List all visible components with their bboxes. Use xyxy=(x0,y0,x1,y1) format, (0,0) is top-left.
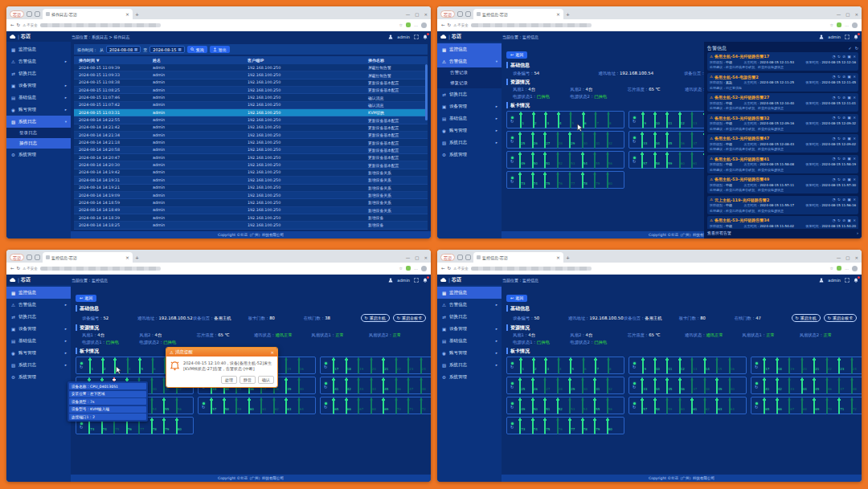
sidebar-item[interactable]: ▦ 监控信息 xyxy=(6,287,71,299)
port-jack[interactable]: 53 xyxy=(566,398,579,414)
port-jack[interactable]: 57 xyxy=(638,398,651,414)
tab-search-icon[interactable] xyxy=(457,255,463,260)
sidebar-subitem[interactable]: 登录日志 xyxy=(6,128,71,138)
sidebar-subitem[interactable]: 操作日志 xyxy=(6,138,71,149)
alarm-action-icon[interactable]: × xyxy=(853,177,856,181)
port-jack[interactable]: 78 xyxy=(148,418,161,434)
sidebar-subitem[interactable]: 告警记录 xyxy=(437,67,502,78)
port-jack[interactable]: 34 xyxy=(651,132,664,148)
alarm-action-icon[interactable]: ⊘ xyxy=(842,177,845,181)
tab-close-icon[interactable]: × xyxy=(556,12,560,17)
port-jack[interactable]: 25 xyxy=(516,132,529,148)
port-jack[interactable]: 31 xyxy=(591,132,604,148)
port-jack[interactable]: 63 xyxy=(713,398,726,414)
column-header[interactable]: 操作时间 ▼ xyxy=(79,58,153,63)
alarm-action-icon[interactable]: ↻ xyxy=(837,75,841,79)
port-jack[interactable]: 19 xyxy=(785,358,798,373)
port-jack[interactable]: 69 xyxy=(379,398,392,414)
window-close[interactable]: × xyxy=(424,255,428,260)
table-row[interactable]: 2024-08-15 11:07:42 admin 192.168.100.25… xyxy=(74,102,428,109)
alarm-action-icon[interactable]: ◔ xyxy=(832,157,835,161)
port-jack[interactable]: 69 xyxy=(810,398,823,414)
port-jack[interactable]: 42 xyxy=(342,378,355,393)
alarm-action-icon[interactable]: ▣ xyxy=(847,96,850,100)
tab-list-icon[interactable] xyxy=(35,11,40,17)
favorites-star-icon[interactable]: ☆ xyxy=(830,22,833,27)
username[interactable]: admin xyxy=(397,35,410,39)
port-jack[interactable]: 11 xyxy=(663,358,676,373)
port-jack[interactable]: 6 xyxy=(579,358,592,373)
notifications[interactable] xyxy=(854,35,858,39)
port-jack[interactable]: 71 xyxy=(404,398,417,414)
group-refresh-icon[interactable]: ↻ xyxy=(324,385,327,389)
group-refresh-icon[interactable]: ↻ xyxy=(510,160,514,164)
browser-essentials-icon[interactable] xyxy=(406,22,411,27)
port-jack[interactable]: 53 xyxy=(566,153,579,168)
port-jack[interactable]: 17 xyxy=(330,358,342,373)
port-jack[interactable]: 1 xyxy=(516,358,529,373)
table-row[interactable]: 2024-08-14 14:19:31 admin 192.168.100.25… xyxy=(74,177,428,184)
group-refresh-icon[interactable]: ↻ xyxy=(80,426,83,430)
port-jack[interactable]: 15 xyxy=(713,358,726,373)
table-row[interactable]: 2024-08-15 11:09:39 admin 192.168.100.25… xyxy=(74,64,428,71)
tab-search-icon[interactable] xyxy=(27,255,32,260)
alarm-action-icon[interactable]: ◔ xyxy=(832,198,835,202)
table-row[interactable]: 2024-08-14 14:19:09 admin 192.168.100.25… xyxy=(74,192,428,199)
port-jack[interactable]: 4 xyxy=(554,358,567,373)
table-row[interactable]: 2024-08-14 14:18:49 admin 192.168.100.25… xyxy=(74,207,428,214)
sidebar-item[interactable]: ▤ 基础信息 ▸ xyxy=(6,335,71,347)
window-minimize[interactable]: — xyxy=(406,255,411,260)
profile-avatar[interactable] xyxy=(421,22,427,28)
window-close[interactable]: × xyxy=(424,12,428,17)
port-jack[interactable]: 73 xyxy=(516,418,529,434)
alarm-action-icon[interactable]: ▣ xyxy=(847,55,850,59)
window-maximize[interactable]: ▢ xyxy=(845,255,850,260)
window-maximize[interactable]: ▢ xyxy=(415,12,419,17)
group-refresh-icon[interactable]: ↻ xyxy=(324,365,327,369)
group-refresh-icon[interactable]: ↻ xyxy=(510,120,514,124)
port-jack[interactable]: 66 xyxy=(773,398,786,414)
port-jack[interactable]: 51 xyxy=(541,398,554,414)
port-jack[interactable]: 35 xyxy=(663,378,676,393)
port-jack[interactable]: 36 xyxy=(676,132,689,148)
sidebar-item[interactable]: ◉ 账号管理 ▸ xyxy=(437,124,502,137)
favorites-star-icon[interactable]: ☆ xyxy=(830,266,833,271)
port-jack[interactable]: 27 xyxy=(541,132,554,148)
port-jack[interactable]: 80 xyxy=(604,173,616,188)
alarm-action-icon[interactable]: × xyxy=(853,96,856,100)
port-jack[interactable]: 20 xyxy=(367,358,380,373)
tab-search-icon[interactable] xyxy=(27,11,32,17)
group-refresh-icon[interactable]: ↻ xyxy=(633,385,636,389)
port-jack[interactable]: 60 xyxy=(676,398,689,414)
port-jack[interactable]: 58 xyxy=(220,398,233,414)
port-jack[interactable]: 34 xyxy=(651,378,664,393)
port-jack[interactable]: 54 xyxy=(148,398,161,414)
sidebar-item[interactable]: ⇄ 切换日志 xyxy=(437,311,502,323)
port-jack[interactable]: 75 xyxy=(541,418,554,434)
tab-close-icon[interactable]: × xyxy=(125,12,129,17)
sidebar-item[interactable]: ▣ 设备管理 ▸ xyxy=(437,323,502,335)
alarm-action-icon[interactable]: × xyxy=(853,55,856,59)
back-button[interactable]: ↩ 返回 xyxy=(506,51,527,59)
port-jack[interactable]: 77 xyxy=(566,173,579,188)
more-options-icon[interactable]: … xyxy=(845,22,849,27)
port-jack[interactable]: 2 xyxy=(529,112,542,128)
port-jack[interactable]: 18 xyxy=(773,358,786,373)
port-jack[interactable]: 31 xyxy=(591,378,604,393)
tab-close-icon[interactable]: × xyxy=(556,255,560,260)
port-jack[interactable]: 26 xyxy=(529,378,542,393)
browser-essentials-icon[interactable] xyxy=(406,266,411,271)
port-jack[interactable]: 17 xyxy=(760,358,773,373)
sidebar-item[interactable]: ▧ 系统日志 ▸ xyxy=(437,137,502,149)
export-button[interactable]: 导出 xyxy=(210,46,230,53)
sidebar-item[interactable]: ▧ 系统日志 ▾ xyxy=(6,116,71,128)
group-refresh-icon[interactable]: ↻ xyxy=(755,385,758,389)
alarm-item[interactable]: ⚠ 备用主机-54-电源告警2 ◔↻⊘▣× 故障级别：紧急 发生时间：2024-… xyxy=(707,73,858,92)
port-jack[interactable]: 26 xyxy=(529,132,542,148)
port-jack[interactable]: 72 xyxy=(417,398,430,414)
sidebar-item[interactable]: ⚙ 系统管理 xyxy=(437,371,502,383)
alarm-action-icon[interactable]: ↻ xyxy=(837,96,841,100)
url-field[interactable] xyxy=(471,267,592,271)
port-jack[interactable]: 65 xyxy=(760,398,773,414)
port-jack[interactable]: 66 xyxy=(342,398,355,414)
